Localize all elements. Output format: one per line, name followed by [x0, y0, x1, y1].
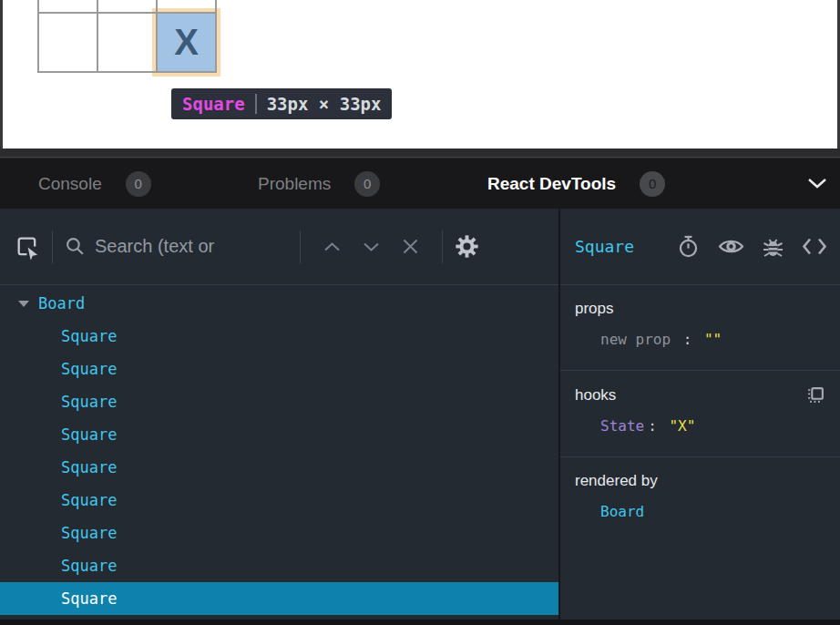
inspector-header: Square	[560, 209, 840, 285]
new-prop-input[interactable]: new prop	[600, 331, 671, 348]
select-element-icon	[15, 234, 40, 260]
react-devtools-panel: Board Square Square Square Square Square…	[0, 209, 840, 620]
rendered-by-label: rendered by	[575, 472, 825, 490]
tree-item-label: Square	[61, 458, 117, 476]
prop-row: new prop : ""	[600, 331, 825, 348]
search-icon-wrap	[65, 236, 86, 257]
close-icon	[402, 238, 419, 255]
board-cell-inspected[interactable]: X	[157, 13, 216, 72]
tab-problems-badge: 0	[354, 171, 380, 197]
tree-item-square[interactable]: Square	[0, 484, 558, 517]
prop-value-input[interactable]: ""	[704, 331, 722, 348]
components-toolbar	[0, 209, 558, 285]
components-panel: Board Square Square Square Square Square…	[0, 209, 558, 620]
toolbar-divider	[442, 231, 443, 263]
tree-item-label: Square	[61, 557, 117, 575]
props-section: props new prop : ""	[560, 285, 840, 371]
bug-icon	[762, 235, 784, 259]
toolbar-divider	[300, 231, 301, 263]
eye-icon	[718, 237, 744, 256]
hook-name: State	[600, 417, 644, 435]
tree-item-square[interactable]: Square	[0, 385, 558, 418]
board-cell[interactable]	[157, 0, 216, 13]
hooks-section-label: hooks	[575, 386, 806, 405]
hook-value-input[interactable]: "X"	[669, 417, 695, 435]
code-brackets-icon	[802, 237, 827, 256]
tab-react-devtools-label: React DevTools	[487, 174, 616, 194]
tab-problems-label: Problems	[258, 174, 331, 194]
tree-item-square-selected[interactable]: Square	[0, 582, 558, 615]
tree-item-label: Square	[61, 589, 117, 608]
hooks-section: hooks State: "X"	[560, 371, 840, 457]
clear-search-button[interactable]	[402, 238, 419, 255]
toolbar-divider	[52, 231, 53, 263]
gear-icon	[455, 234, 479, 259]
next-result-button[interactable]	[363, 241, 380, 252]
triangle-down-icon[interactable]	[18, 301, 29, 307]
collapse-panel-button[interactable]	[807, 178, 827, 190]
tab-problems[interactable]: Problems 0	[258, 159, 380, 209]
inspect-dom-button[interactable]	[718, 237, 744, 256]
inspect-element-button[interactable]	[15, 234, 40, 260]
tree-item-square[interactable]: Square	[0, 320, 558, 353]
tree-item-label: Square	[61, 360, 117, 378]
devtools-drag-handle[interactable]	[0, 149, 840, 158]
devtools-tab-bar: Console 0 Problems 0 React DevTools 0	[0, 159, 840, 209]
app-window: X Square 33px × 33px Console 0 Problems …	[0, 0, 840, 625]
element-tooltip: Square 33px × 33px	[171, 88, 392, 119]
settings-button[interactable]	[455, 234, 479, 259]
tree-item-label: Square	[61, 327, 117, 345]
tree-item-label: Square	[61, 393, 117, 411]
tab-console-badge: 0	[126, 171, 151, 197]
tab-react-devtools-badge: 0	[640, 171, 665, 197]
tooltip-dimensions: 33px × 33px	[267, 94, 382, 114]
tree-item-label: Square	[61, 425, 117, 444]
props-section-label: props	[575, 300, 825, 318]
rendered-by-section: rendered by Board	[560, 457, 840, 542]
tooltip-component-name: Square	[182, 94, 245, 114]
parse-hook-names-button[interactable]	[806, 385, 825, 405]
tree-item-square[interactable]: Square	[0, 418, 558, 451]
board-cell[interactable]	[38, 0, 97, 13]
board-cell[interactable]	[97, 0, 157, 13]
search-icon	[65, 236, 86, 257]
board-grid: X	[37, 0, 217, 73]
prop-separator: :	[680, 331, 696, 348]
rendered-by-row: Board	[600, 503, 825, 520]
hook-separator: :	[644, 417, 661, 435]
rendered-by-board-link[interactable]: Board	[600, 503, 644, 520]
hook-row: State: "X"	[600, 417, 825, 435]
stopwatch-icon	[676, 234, 701, 259]
tooltip-divider	[255, 94, 257, 114]
tree-item-square[interactable]: Square	[0, 451, 558, 484]
bottom-strip	[0, 620, 840, 625]
inspector-panel: Square	[560, 209, 840, 620]
board-cell[interactable]	[38, 13, 97, 72]
suspense-toggle-button[interactable]	[676, 234, 701, 259]
previous-result-button[interactable]	[323, 241, 341, 252]
chevron-down-icon	[363, 241, 380, 252]
inspector-title: Square	[575, 237, 659, 256]
tree-item-label: Board	[38, 294, 85, 312]
tab-console[interactable]: Console 0	[38, 159, 151, 209]
chevron-up-icon	[323, 241, 341, 252]
tab-react-devtools[interactable]: React DevTools 0	[487, 159, 665, 209]
tree-item-label: Square	[61, 491, 117, 509]
tree-item-label: Square	[61, 524, 117, 542]
components-tree: Board Square Square Square Square Square…	[0, 285, 558, 615]
tree-item-board[interactable]: Board	[0, 287, 558, 320]
dashed-box-icon	[806, 385, 825, 405]
components-search-input[interactable]	[95, 236, 288, 257]
log-data-button[interactable]	[762, 235, 784, 259]
view-source-button[interactable]	[802, 237, 827, 256]
chevron-down-icon	[807, 178, 827, 190]
tree-item-square[interactable]: Square	[0, 517, 558, 549]
tree-item-square[interactable]: Square	[0, 353, 558, 385]
tab-console-label: Console	[38, 174, 102, 194]
page-area: X Square 33px × 33px	[0, 0, 840, 149]
tree-item-square[interactable]: Square	[0, 549, 558, 582]
board-cell[interactable]	[97, 13, 157, 72]
